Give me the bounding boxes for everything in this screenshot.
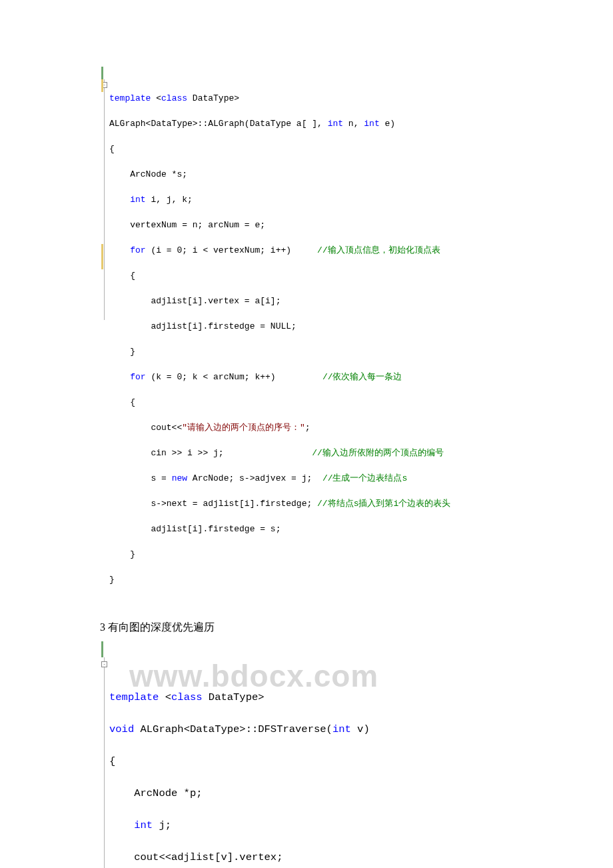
gutter-marker xyxy=(101,67,103,79)
code-line: ArcNode *p; xyxy=(109,785,513,801)
code-line: { xyxy=(109,753,513,769)
code-line: cout<<adjlist[v].vertex; xyxy=(109,849,513,865)
code-line: template <class DataType> xyxy=(109,689,513,705)
code-line: adjlist[i].firstedge = NULL; xyxy=(109,320,513,333)
code-gutter: - xyxy=(100,67,107,611)
code-line: s->next = adjlist[i].firstedge; //将结点s插入… xyxy=(109,497,513,510)
gutter-marker xyxy=(101,79,103,92)
code-line: cout<<"请输入边的两个顶点的序号："; xyxy=(109,421,513,434)
gutter-marker xyxy=(101,244,103,269)
code-line: s = new ArcNode; s->adjvex = j; //生成一个边表… xyxy=(109,472,513,485)
gutter-marker xyxy=(101,641,103,657)
code-line: } xyxy=(109,573,513,586)
code-line: { xyxy=(109,143,513,155)
code-line: for (k = 0; k < arcNum; k++) //依次输入每一条边 xyxy=(109,371,513,383)
code-line: cin >> i >> j; //输入边所依附的两个顶点的编号 xyxy=(109,447,513,459)
gutter-fold-line xyxy=(104,657,105,868)
code-line: vertexNum = n; arcNum = e; xyxy=(109,219,513,231)
code-line: { xyxy=(109,396,513,409)
gutter-fold-line xyxy=(104,79,105,320)
code-block-2: www.bdocx.com - template <class DataType… xyxy=(100,641,513,868)
watermark-text: www.bdocx.com xyxy=(129,668,378,684)
code-line: adjlist[i].vertex = a[i]; xyxy=(109,295,513,307)
code-block-1: - template <class DataType> ALGraph<Data… xyxy=(100,67,513,611)
code-line: } xyxy=(109,548,513,561)
code-line: ArcNode *s; xyxy=(109,168,513,181)
code-line: for (i = 0; i < vertexNum; i++) //输入顶点信息… xyxy=(109,244,513,257)
code-line: int j; xyxy=(109,817,513,833)
code-line: int i, j, k; xyxy=(109,193,513,206)
code-line: } xyxy=(109,345,513,358)
document-page: - template <class DataType> ALGraph<Data… xyxy=(0,0,613,868)
code-line: template <class DataType> xyxy=(109,92,513,105)
code-line: void ALGraph<DataType>::DFSTraverse(int … xyxy=(109,721,513,737)
code-line: adjlist[i].firstedge = s; xyxy=(109,523,513,535)
code-line: { xyxy=(109,269,513,282)
code-line: ALGraph<DataType>::ALGraph(DataType a[ ]… xyxy=(109,117,513,130)
collapse-icon[interactable]: - xyxy=(101,661,107,667)
section-heading-3: 3 有向图的深度优先遍历 xyxy=(100,621,513,635)
code-gutter: - xyxy=(100,641,107,868)
